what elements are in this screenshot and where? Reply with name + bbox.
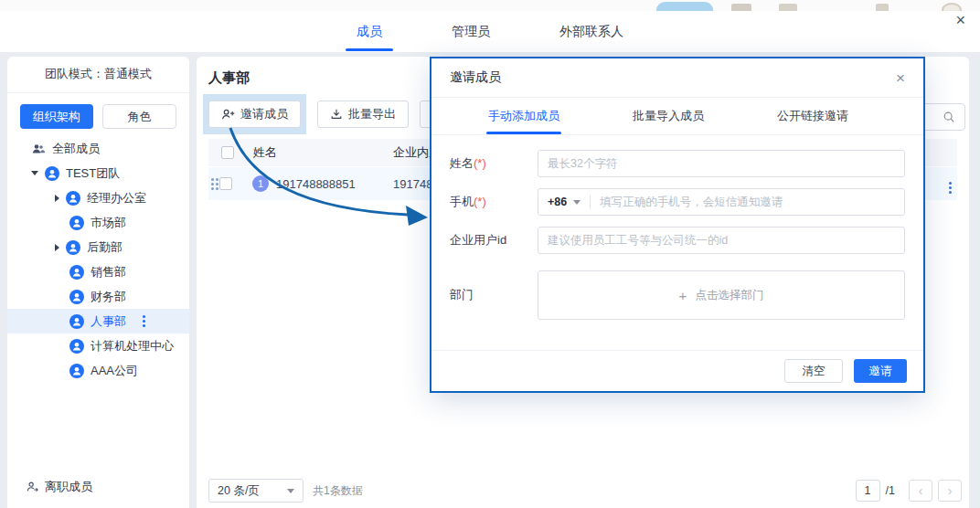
invite-member-modal: 邀请成员 × 手动添加成员 批量导入成员 公开链接邀请 姓名(*) 手机(*) … <box>430 57 925 393</box>
tree-item-label: 财务部 <box>91 289 126 305</box>
sidebar: 团队模式：普通模式 组织架构 角色 全部成员 TEST团队 经理办公室 市场 <box>7 57 189 508</box>
chevron-right-icon[interactable] <box>55 244 59 251</box>
more-actions-icon[interactable] <box>949 182 952 194</box>
modal-form: 姓名(*) 手机(*) +86 企业用户id 部门 + 点击选择部门 <box>431 135 923 320</box>
group-icon <box>31 142 46 156</box>
download-icon <box>330 108 343 121</box>
org-tree: 全部成员 TEST团队 经理办公室 市场部 后勤部 <box>7 136 189 383</box>
tab-manual-add[interactable]: 手动添加成员 <box>488 98 559 134</box>
row-checkbox[interactable] <box>219 177 232 190</box>
more-actions-icon[interactable] <box>143 315 145 327</box>
batch-export-button[interactable]: 批量导出 <box>317 101 409 128</box>
team-mode-label: 团队模式：普通模式 <box>7 57 189 93</box>
tree-item-all-members[interactable]: 全部成员 <box>7 136 189 161</box>
tree-item-marketing[interactable]: 市场部 <box>7 210 189 235</box>
person-add-icon <box>221 108 235 122</box>
name-field-row: 姓名(*) <box>450 150 905 177</box>
chevron-down-icon[interactable] <box>31 171 38 175</box>
tree-item-manager-office[interactable]: 经理办公室 <box>7 185 189 210</box>
department-picker[interactable]: + 点击选择部门 <box>538 270 905 320</box>
org-structure-toggle[interactable]: 组织架构 <box>20 104 93 129</box>
tree-item-label: 后勤部 <box>87 239 122 256</box>
resigned-members-item[interactable]: 离职成员 <box>26 479 92 495</box>
select-all-checkbox[interactable] <box>221 146 234 159</box>
row-actions[interactable] <box>949 174 952 194</box>
user-id-field[interactable] <box>538 227 905 254</box>
total-pages-label: /1 <box>886 484 895 497</box>
roles-toggle[interactable]: 角色 <box>102 104 177 129</box>
invite-submit-button[interactable]: 邀请 <box>854 359 907 383</box>
invite-member-label: 邀请成员 <box>240 106 288 122</box>
tree-item-computer-center[interactable]: 计算机处理中心 <box>7 333 189 358</box>
tree-item-label: 人事部 <box>91 313 126 330</box>
tree-item-label: 经理办公室 <box>87 190 146 206</box>
phone-field-label: 手机(*) <box>450 194 538 210</box>
tree-item-label: 市场部 <box>91 215 126 231</box>
department-avatar-icon <box>69 339 84 354</box>
clear-button[interactable]: 清空 <box>784 359 843 383</box>
chevron-right-icon[interactable] <box>55 195 59 202</box>
tree-item-label: 销售部 <box>91 264 126 280</box>
tree-item-test-team[interactable]: TEST团队 <box>7 161 189 185</box>
search-icon[interactable] <box>943 111 955 123</box>
phone-field[interactable] <box>600 196 895 208</box>
page-size-select[interactable]: 20 条/页 <box>208 479 304 503</box>
divider <box>590 195 591 209</box>
tree-item-hr[interactable]: 人事部 <box>7 309 189 333</box>
toolbar-pill-remnant <box>656 2 713 11</box>
chevron-down-icon <box>287 489 294 493</box>
resigned-members-label: 离职成员 <box>45 479 92 495</box>
required-mark: (*) <box>474 156 486 170</box>
drag-handle-icon[interactable] <box>211 178 218 190</box>
tab-batch-import[interactable]: 批量导入成员 <box>633 98 704 134</box>
pagination-bar: 20 条/页 共1条数据 /1 ‹ › <box>208 479 962 503</box>
modal-title: 邀请成员 <box>450 69 501 86</box>
department-field-row: 部门 + 点击选择部门 <box>450 270 905 320</box>
tree-item-aaa-company[interactable]: AAA公司 <box>7 358 189 383</box>
modal-tab-bar: 手动添加成员 批量导入成员 公开链接邀请 <box>431 98 923 135</box>
next-page-button[interactable]: › <box>938 480 962 502</box>
tree-item-finance[interactable]: 财务部 <box>7 284 189 309</box>
total-count-label: 共1条数据 <box>313 483 363 499</box>
department-avatar-icon <box>66 191 80 206</box>
department-avatar-icon <box>69 216 84 230</box>
tree-item-logistics[interactable]: 后勤部 <box>7 235 189 259</box>
name-field[interactable] <box>538 150 905 177</box>
avatar-remnant <box>942 3 962 11</box>
invite-member-button[interactable]: 邀请成员 <box>208 101 301 128</box>
close-icon[interactable]: × <box>896 70 905 86</box>
department-field-label: 部门 <box>450 287 538 303</box>
browser-toolbar-remnant <box>0 0 980 11</box>
phone-input-group: +86 <box>538 188 905 216</box>
department-avatar-icon <box>69 265 84 280</box>
chevron-down-icon <box>573 200 581 205</box>
toolbar-icon-remnant <box>731 4 751 11</box>
tree-item-label: 计算机处理中心 <box>91 338 174 355</box>
tab-public-link[interactable]: 公开链接邀请 <box>777 98 848 134</box>
prev-page-button[interactable]: ‹ <box>909 480 932 502</box>
required-mark: (*) <box>474 195 486 208</box>
tab-members[interactable]: 成员 <box>347 11 391 52</box>
plus-icon: + <box>679 288 687 303</box>
sidebar-toggle-group: 组织架构 角色 <box>20 104 176 129</box>
toolbar-icon-remnant <box>779 4 797 11</box>
department-avatar-icon <box>69 290 84 304</box>
page-number-input[interactable] <box>856 480 880 502</box>
close-icon[interactable]: × <box>955 11 965 29</box>
department-avatar-icon <box>66 240 80 255</box>
department-avatar-icon <box>45 166 59 181</box>
toolbar-icon-remnant <box>876 4 889 11</box>
country-code-select[interactable]: +86 <box>548 196 581 208</box>
tab-admins[interactable]: 管理员 <box>442 11 499 52</box>
tree-item-label: AAA公司 <box>91 363 138 379</box>
member-name: 191748888851 <box>276 177 356 191</box>
modal-footer: 清空 邀请 <box>431 350 923 391</box>
tree-item-label: 全部成员 <box>52 141 100 157</box>
top-tab-bar: 成员 管理员 外部联系人 <box>0 11 980 52</box>
phone-field-row: 手机(*) +86 <box>450 188 905 216</box>
tab-external-contacts[interactable]: 外部联系人 <box>550 11 633 52</box>
tree-item-sales[interactable]: 销售部 <box>7 259 189 284</box>
invite-button-highlight: 邀请成员 <box>203 94 306 134</box>
modal-header: 邀请成员 × <box>431 58 923 98</box>
page-size-value: 20 条/页 <box>218 483 260 499</box>
